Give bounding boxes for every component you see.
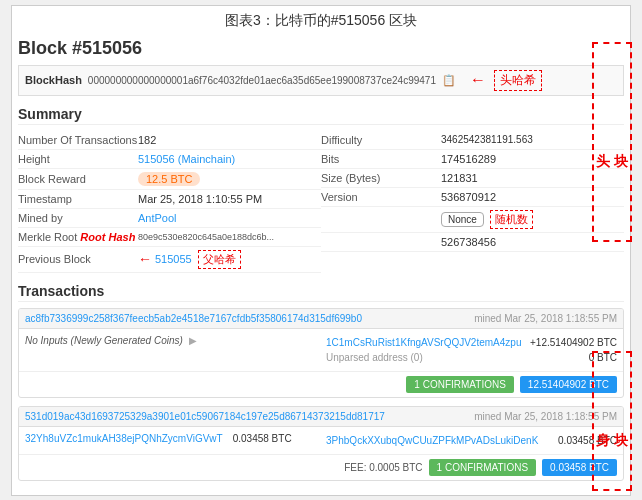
transaction-item-2: 531d019ac43d1693725329a3901e01c59067184c… xyxy=(18,406,624,481)
transactions-title: Transactions xyxy=(18,283,624,302)
tx1-body: No Inputs (Newly Generated Coins) ▶ 1C1m… xyxy=(19,329,623,371)
diff-val: 3462542381191.563 xyxy=(441,134,533,145)
nonce-badge: Nonce xyxy=(441,212,484,227)
diff-key: Difficulty xyxy=(321,134,441,146)
tx2-output-amt-1: 0.03458 BTC xyxy=(558,435,617,446)
tx2-input-amt: 0.03458 BTC xyxy=(233,433,292,444)
blockhash-label: BlockHash xyxy=(25,74,82,86)
tx2-input-row: 32Yh8uVZc1mukAH38ejPQNhZycmViGVwT 0.0345… xyxy=(25,433,316,444)
prevblock-key: Previous Block xyxy=(18,253,138,265)
ts-key: Timestamp xyxy=(18,193,138,205)
tx2-output-addr-1[interactable]: 3PhbQckXXubqQwCUuZPFkMPvADsLukiDenK xyxy=(326,435,538,446)
minedby-key: Mined by xyxy=(18,212,138,224)
tx1-confirmations-btn[interactable]: 1 CONFIRMATIONS xyxy=(406,376,513,393)
size-val: 121831 xyxy=(441,172,478,184)
summary-left-col: Number Of Transactions 182 Height 515056… xyxy=(18,131,321,273)
summary-row-minedby: Mined by AntPool xyxy=(18,209,321,228)
reward-key: Block Reward xyxy=(18,173,138,185)
tx2-header: 531d019ac43d1693725329a3901e01c59067184c… xyxy=(19,407,623,427)
merkle-key: Merkle Root Root Hash xyxy=(18,231,138,243)
tx1-footer: 1 CONFIRMATIONS 12.51404902 BTC xyxy=(19,371,623,397)
ts-val: Mar 25, 2018 1:10:55 PM xyxy=(138,193,262,205)
tx2-inputs: 32Yh8uVZc1mukAH38ejPQNhZycmViGVwT 0.0345… xyxy=(25,433,316,448)
nonce-val: 526738456 xyxy=(441,236,496,248)
tx1-arrow-icon: ▶ xyxy=(189,335,197,346)
summary-row-ntx: Number Of Transactions 182 xyxy=(18,131,321,150)
height-val: 515056 (Mainchain) xyxy=(138,153,235,165)
tx2-output-row-1: 3PhbQckXXubqQwCUuZPFkMPvADsLukiDenK 0.03… xyxy=(326,433,617,448)
summary-row-merkle: Merkle Root Root Hash 80e9c530e820c645a0… xyxy=(18,228,321,247)
summary-row-reward: Block Reward 12.5 BTC xyxy=(18,169,321,190)
summary-row-nonce-val: 526738456 xyxy=(321,233,624,252)
tx2-mined: mined Mar 25, 2018 1:18:55 PM xyxy=(474,411,617,422)
parent-hash-label: 父哈希 xyxy=(198,250,241,269)
version-val: 536870912 xyxy=(441,191,496,203)
summary-row-diff: Difficulty 3462542381191.563 xyxy=(321,131,624,150)
tx2-fee: FEE: 0.0005 BTC xyxy=(344,462,422,473)
transaction-item-1: ac8fb7336999c258f367feecb5ab2e4518e7167c… xyxy=(18,308,624,398)
summary-title: Summary xyxy=(18,106,624,125)
random-number-label: 随机数 xyxy=(490,210,533,229)
tx1-input-row: No Inputs (Newly Generated Coins) ▶ xyxy=(25,335,316,346)
blockhash-row: BlockHash 000000000000000001a6f76c4032fd… xyxy=(18,65,624,96)
height-key: Height xyxy=(18,153,138,165)
minedby-val: AntPool xyxy=(138,212,177,224)
summary-right-col: Difficulty 3462542381191.563 Bits 174516… xyxy=(321,131,624,273)
reward-val: 12.5 BTC xyxy=(138,172,200,186)
tx2-body: 32Yh8uVZc1mukAH38ejPQNhZycmViGVwT 0.0345… xyxy=(19,427,623,454)
tx1-mined: mined Mar 25, 2018 1:18:55 PM xyxy=(474,313,617,324)
tx1-output-addr-1[interactable]: 1C1mCsRuRist1KfngAVSrQQJV2temA4zpu xyxy=(326,337,521,348)
head-hash-label: 头哈希 xyxy=(494,70,542,91)
tx1-output-row-1: 1C1mCsRuRist1KfngAVSrQQJV2temA4zpu +12.5… xyxy=(326,335,617,350)
arrow-right: ← xyxy=(470,71,486,89)
summary-row-nonce: Nonce 随机数 xyxy=(321,207,624,233)
transactions-section: Transactions ac8fb7336999c258f367feecb5a… xyxy=(18,283,624,481)
bits-key: Bits xyxy=(321,153,441,165)
arrow-prev: ← xyxy=(138,251,152,267)
tx1-inputs: No Inputs (Newly Generated Coins) ▶ xyxy=(25,335,316,365)
ntx-key: Number Of Transactions xyxy=(18,134,138,146)
tx1-amount-btn: 12.51404902 BTC xyxy=(520,376,617,393)
summary-row-size: Size (Bytes) 121831 xyxy=(321,169,624,188)
tx1-output-row-2: Unparsed address (0) 0 BTC xyxy=(326,350,617,365)
block-heading: Block #515056 xyxy=(18,38,624,59)
version-key: Version xyxy=(321,191,441,203)
ntx-val: 182 xyxy=(138,134,156,146)
tx1-output-amt-1: +12.51404902 BTC xyxy=(530,337,617,348)
page-title: 图表3：比特币的#515056 区块 xyxy=(18,12,624,30)
tx1-hash[interactable]: ac8fb7336999c258f367feecb5ab2e4518e7167c… xyxy=(25,313,362,324)
summary-row-bits: Bits 174516289 xyxy=(321,150,624,169)
tx1-output-addr-2: Unparsed address (0) xyxy=(326,352,423,363)
copy-icon[interactable]: 📋 xyxy=(442,74,456,87)
summary-row-height: Height 515056 (Mainchain) xyxy=(18,150,321,169)
blockhash-value: 000000000000000001a6f76c4032fde01aec6a35… xyxy=(88,75,436,86)
summary-row-version: Version 536870912 xyxy=(321,188,624,207)
merkle-root-annotation: Root Hash xyxy=(80,231,135,243)
summary-grid: Number Of Transactions 182 Height 515056… xyxy=(18,131,624,273)
size-key: Size (Bytes) xyxy=(321,172,441,184)
tx2-confirmations-btn[interactable]: 1 CONFIRMATIONS xyxy=(429,459,536,476)
tx1-output-amt-2: 0 BTC xyxy=(589,352,617,363)
tx2-hash[interactable]: 531d019ac43d1693725329a3901e01c59067184c… xyxy=(25,411,385,422)
prevblock-val: 515055 xyxy=(155,253,192,265)
tx2-amount-btn: 0.03458 BTC xyxy=(542,459,617,476)
summary-row-prevblock: Previous Block ← 515055 父哈希 xyxy=(18,247,321,273)
tx2-footer: FEE: 0.0005 BTC 1 CONFIRMATIONS 0.03458 … xyxy=(19,454,623,480)
tx1-input-label: No Inputs (Newly Generated Coins) xyxy=(25,335,183,346)
tx1-outputs: 1C1mCsRuRist1KfngAVSrQQJV2temA4zpu +12.5… xyxy=(326,335,617,365)
tx2-input-addr[interactable]: 32Yh8uVZc1mukAH38ejPQNhZycmViGVwT xyxy=(25,433,223,444)
bits-val: 174516289 xyxy=(441,153,496,165)
summary-row-timestamp: Timestamp Mar 25, 2018 1:10:55 PM xyxy=(18,190,321,209)
merkle-val: 80e9c530e820c645a0e188dc6b... xyxy=(138,232,274,242)
tx2-outputs: 3PhbQckXXubqQwCUuZPFkMPvADsLukiDenK 0.03… xyxy=(326,433,617,448)
tx1-header: ac8fb7336999c258f367feecb5ab2e4518e7167c… xyxy=(19,309,623,329)
